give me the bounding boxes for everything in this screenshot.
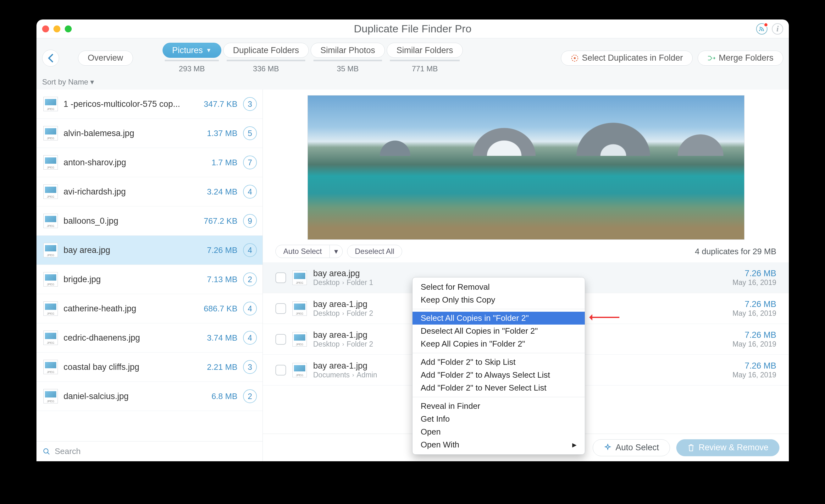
file-size: 7.13 MB — [196, 275, 237, 284]
duplicate-size: 7.26 MB — [733, 361, 776, 371]
duplicate-count-badge: 7 — [243, 156, 257, 169]
file-row[interactable]: balloons_0.jpg767.2 KB9 — [36, 206, 262, 236]
file-row[interactable]: daniel-salcius.jpg6.8 MB2 — [36, 382, 262, 411]
target-icon — [571, 54, 579, 62]
menu-item[interactable]: Reveal in Finder — [412, 400, 585, 413]
checkbox[interactable] — [276, 272, 286, 283]
file-row[interactable]: avi-richardsh.jpg3.24 MB4 — [36, 177, 262, 206]
sidebar: 1 -pericos-multicolor-575 cop...347.7 KB… — [36, 90, 263, 461]
menu-item[interactable]: Open — [412, 425, 585, 438]
tab-pictures[interactable]: Pictures ▼ — [162, 43, 221, 58]
file-name: cedric-dhaenens.jpg — [64, 333, 190, 343]
chevron-down-icon: ▼ — [206, 47, 212, 54]
menu-item[interactable]: Open With▶ — [412, 438, 585, 451]
jpeg-icon — [292, 301, 307, 316]
file-size: 7.26 MB — [196, 245, 237, 255]
file-name: anton-sharov.jpg — [64, 158, 190, 167]
menu-item[interactable]: Get Info — [412, 413, 585, 425]
back-button[interactable] — [42, 50, 59, 67]
feed-icon[interactable] — [756, 23, 767, 34]
notification-dot — [764, 23, 768, 27]
checkbox[interactable] — [276, 334, 286, 345]
checkbox[interactable] — [276, 365, 286, 375]
auto-select-menu-button[interactable]: ▾ — [329, 245, 343, 258]
sort-label: Sort by Name — [42, 78, 88, 86]
file-row[interactable]: catherine-heath.jpg686.7 KB4 — [36, 294, 262, 323]
duplicate-size: 7.26 MB — [733, 300, 776, 309]
duplicate-count-badge: 5 — [243, 126, 257, 140]
button-label: Review & Remove — [699, 443, 768, 452]
sparkle-icon — [604, 444, 612, 452]
toolbar: Overview Pictures ▼ 293 MB Duplicate Fol… — [36, 38, 789, 76]
file-row[interactable]: coastal bay cliffs.jpg2.21 MB3 — [36, 352, 262, 382]
svg-point-1 — [574, 57, 576, 59]
deselect-all-button[interactable]: Deselect All — [347, 245, 402, 258]
titlebar: Duplicate File Finder Pro i — [36, 19, 789, 38]
menu-item[interactable]: Add "Folder 2" to Never Select List — [412, 382, 585, 394]
image-preview — [307, 95, 745, 240]
tab-size: 293 MB — [179, 64, 205, 73]
tab-usage-bar — [313, 60, 382, 61]
duplicate-count-badge: 9 — [243, 214, 257, 228]
auto-select-split-button[interactable]: Auto Select ▾ — [276, 245, 343, 258]
file-row[interactable]: 1 -pericos-multicolor-575 cop...347.7 KB… — [36, 90, 262, 119]
file-list[interactable]: 1 -pericos-multicolor-575 cop...347.7 KB… — [36, 90, 262, 441]
jpeg-icon — [44, 272, 58, 286]
file-row[interactable]: alvin-balemesa.jpg1.37 MB5 — [36, 119, 262, 148]
file-name: daniel-salcius.jpg — [64, 392, 190, 401]
duplicate-filename: bay area.jpg — [313, 269, 726, 278]
duplicate-count-badge: 2 — [243, 272, 257, 286]
menu-item[interactable]: Select All Copies in "Folder 2" — [412, 312, 585, 325]
jpeg-icon — [44, 243, 58, 257]
duplicate-date: May 16, 2019 — [733, 309, 776, 318]
file-size: 767.2 KB — [196, 216, 237, 226]
duplicate-count-badge: 2 — [243, 389, 257, 403]
search-icon — [43, 448, 50, 455]
duplicate-count-badge: 4 — [243, 185, 257, 198]
tab-similar-folders[interactable]: Similar Folders — [387, 43, 463, 58]
menu-item[interactable]: Add "Folder 2" to Skip List — [412, 356, 585, 368]
jpeg-icon — [44, 126, 58, 141]
duplicate-date: May 16, 2019 — [733, 278, 776, 287]
file-row[interactable]: cedric-dhaenens.jpg3.74 MB4 — [36, 323, 262, 352]
info-icon[interactable]: i — [772, 23, 783, 34]
checkbox[interactable] — [276, 303, 286, 314]
menu-separator — [412, 309, 585, 309]
button-label: Merge Folders — [719, 53, 773, 63]
overview-button[interactable]: Overview — [78, 51, 133, 66]
jpeg-icon — [292, 270, 307, 285]
menu-item[interactable]: Select for Removal — [412, 280, 585, 293]
tab-size: 771 MB — [412, 64, 438, 73]
duplicate-count-badge: 3 — [243, 97, 257, 111]
file-size: 1.37 MB — [196, 129, 237, 138]
context-menu[interactable]: Select for RemovalKeep Only this CopySel… — [412, 277, 585, 455]
jpeg-icon — [44, 301, 58, 316]
file-row[interactable]: anton-sharov.jpg1.7 MB7 — [36, 148, 262, 177]
file-size: 3.74 MB — [196, 333, 237, 343]
tab-similar-photos[interactable]: Similar Photos — [311, 43, 385, 58]
file-size: 2.21 MB — [196, 362, 237, 372]
jpeg-icon — [44, 97, 58, 111]
auto-select-button[interactable]: Auto Select — [276, 245, 329, 258]
select-duplicates-in-folder-button[interactable]: Select Duplicates in Folder — [561, 51, 693, 66]
search-field[interactable]: Search — [36, 441, 262, 461]
file-size: 686.7 KB — [196, 304, 237, 314]
footer-auto-select-button[interactable]: Auto Select — [593, 439, 670, 456]
menu-item[interactable]: Add "Folder 2" to Always Select List — [412, 368, 585, 382]
search-placeholder: Search — [55, 446, 80, 456]
file-row[interactable]: bay area.jpg7.26 MB4 — [36, 236, 262, 265]
tab-size: 336 MB — [253, 64, 279, 73]
menu-item[interactable]: Keep Only this Copy — [412, 293, 585, 306]
sort-control[interactable]: Sort by Name ▾ — [36, 76, 789, 90]
annotation-arrow — [591, 317, 619, 318]
jpeg-icon — [44, 360, 58, 374]
menu-item[interactable]: Keep All Copies in "Folder 2" — [412, 337, 585, 350]
tab-duplicate-folders[interactable]: Duplicate Folders — [223, 43, 309, 58]
merge-folders-button[interactable]: Merge Folders — [698, 51, 783, 66]
menu-separator — [412, 397, 585, 397]
menu-item[interactable]: Deselect All Copies in "Folder 2" — [412, 325, 585, 337]
review-remove-button[interactable]: Review & Remove — [676, 439, 779, 456]
jpeg-icon — [44, 331, 58, 345]
tab-usage-bar — [227, 60, 305, 61]
file-row[interactable]: brigde.jpg7.13 MB2 — [36, 265, 262, 294]
